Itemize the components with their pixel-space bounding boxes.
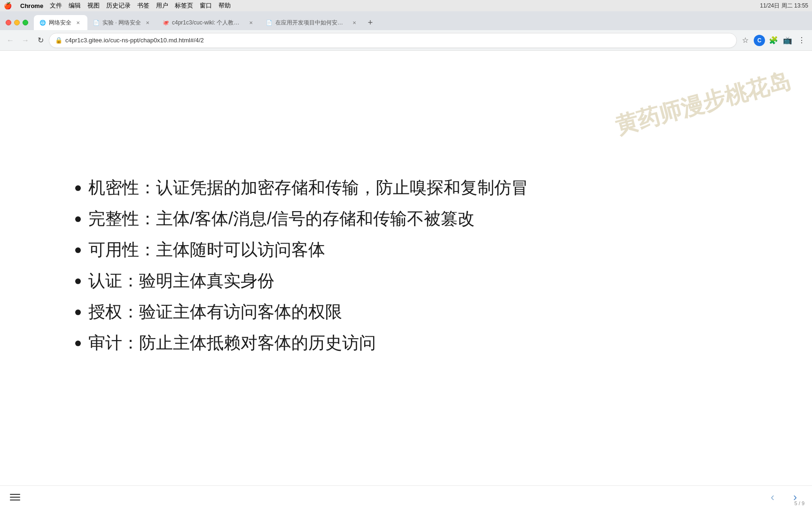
menu-edit[interactable]: 编辑	[69, 1, 81, 10]
bullet-text-4: 认证：验明主体真实身份	[88, 268, 528, 294]
tab-close-2[interactable]: ✕	[144, 19, 151, 26]
cast-button[interactable]: 📺	[781, 34, 794, 47]
bullet-item-integrity: 完整性：主体/客体/消息/信号的存储和传输不被篡改	[75, 206, 528, 231]
bullet-item-authentication: 认证：验明主体真实身份	[75, 268, 528, 294]
menu-tabs[interactable]: 标签页	[175, 1, 193, 10]
new-tab-button[interactable]: +	[364, 16, 377, 29]
tab-close-1[interactable]: ✕	[74, 19, 82, 26]
more-button[interactable]: ⋮	[795, 34, 808, 47]
menubar: 🍎 Chrome 文件 编辑 视图 历史记录 书签 用户 标签页 窗口 帮助 1…	[0, 0, 812, 11]
content-area: 黄药师漫步桃花岛 机密性：认证凭据的加密存储和传输，防止嗅探和复制仿冒 完整性：…	[0, 51, 812, 485]
bullet-dot-1	[75, 185, 81, 191]
menu-help[interactable]: 帮助	[219, 1, 231, 10]
bullet-dot-2	[75, 216, 81, 222]
menu-line-1	[10, 494, 20, 495]
bullet-text-1: 机密性：认证凭据的加密存储和传输，防止嗅探和复制仿冒	[88, 175, 528, 200]
bullet-text-5: 授权：验证主体有访问客体的权限	[88, 299, 528, 325]
prev-slide-button[interactable]: ‹	[763, 488, 782, 507]
bookmark-button[interactable]: ☆	[739, 34, 752, 47]
url-text: c4pr1c3.gitee.io/cuc-ns-ppt/chap0x10.md.…	[65, 37, 731, 44]
tab-title-2: 实验 · 网络安全	[102, 19, 141, 27]
tab-favicon-3: 🐙	[163, 19, 169, 26]
bullet-text-2: 完整性：主体/客体/消息/信号的存储和传输不被篡改	[88, 206, 528, 231]
menu-line-3	[10, 500, 20, 500]
bullet-item-authorization: 授权：验证主体有访问客体的权限	[75, 299, 528, 325]
tab-close-4[interactable]: ✕	[351, 19, 358, 26]
menu-history[interactable]: 历史记录	[106, 1, 131, 10]
secure-icon: 🔒	[55, 37, 62, 44]
address-bar[interactable]: 🔒 c4pr1c3.gitee.io/cuc-ns-ppt/chap0x10.m…	[49, 33, 737, 48]
bullet-text-3: 可用性：主体随时可以访问客体	[88, 237, 528, 262]
bullet-dot-3	[75, 247, 81, 253]
bullet-list: 机密性：认证凭据的加密存储和传输，防止嗅探和复制仿冒 完整性：主体/客体/消息/…	[75, 175, 528, 361]
tab-close-3[interactable]: ✕	[247, 19, 255, 26]
bottom-bar: ‹ › 5 / 9	[0, 485, 812, 508]
bullet-item-confidentiality: 机密性：认证凭据的加密存储和传输，防止嗅探和复制仿冒	[75, 175, 528, 200]
traffic-light-close[interactable]	[6, 20, 11, 25]
profile-icon: C	[754, 35, 765, 46]
menu-user[interactable]: 用户	[156, 1, 168, 10]
bullet-dot-5	[75, 310, 81, 315]
browser-frame: 🌐 网络安全 ✕ 📄 实验 · 网络安全 ✕ 🐙 c4pr1c3/cuc-wik…	[0, 11, 812, 508]
apple-logo-icon: 🍎	[4, 2, 12, 9]
menu-bookmarks[interactable]: 书签	[137, 1, 149, 10]
menu-window[interactable]: 窗口	[200, 1, 212, 10]
nav-right-controls: ☆ C 🧩 📺 ⋮	[739, 34, 808, 47]
traffic-light-maximize[interactable]	[23, 20, 28, 25]
app-name[interactable]: Chrome	[20, 2, 43, 9]
menu-file[interactable]: 文件	[50, 1, 62, 10]
tab-favicon-2: 📄	[93, 19, 100, 26]
profile-button[interactable]: C	[753, 34, 766, 47]
traffic-light-minimize[interactable]	[14, 20, 20, 25]
back-button[interactable]: ←	[4, 34, 17, 47]
forward-button[interactable]: →	[19, 34, 32, 47]
slide-counter: 5 / 9	[795, 500, 804, 506]
tab-wiki[interactable]: 🐙 c4pr1c3/cuc-wiki: 个人教学 W... ✕	[157, 15, 260, 30]
bullet-dot-4	[75, 278, 81, 284]
watermark: 黄药师漫步桃花岛	[612, 65, 794, 141]
bullet-item-availability: 可用性：主体随时可以访问客体	[75, 237, 528, 262]
time-display: 11/24日 周二 13:55	[760, 2, 808, 10]
reload-button[interactable]: ↻	[34, 34, 47, 47]
hamburger-menu-button[interactable]	[8, 490, 23, 505]
bullet-item-audit: 审计：防止主体抵赖对客体的历史访问	[75, 330, 528, 356]
traffic-lights	[0, 11, 34, 30]
tab-security-impl[interactable]: 📄 在应用开发项目中如何安全实现/... ✕	[260, 15, 364, 30]
menu-line-2	[10, 497, 20, 498]
nav-bar: ← → ↻ 🔒 c4pr1c3.gitee.io/cuc-ns-ppt/chap…	[0, 30, 812, 51]
tab-title-1: 网络安全	[49, 19, 71, 27]
tab-network-security[interactable]: 🌐 网络安全 ✕	[34, 15, 87, 30]
tab-title-4: 在应用开发项目中如何安全实现/...	[275, 19, 348, 27]
tab-bar-left: 🌐 网络安全 ✕ 📄 实验 · 网络安全 ✕ 🐙 c4pr1c3/cuc-wik…	[0, 11, 377, 30]
menubar-right: 11/24日 周二 13:55	[760, 0, 808, 11]
bullet-dot-6	[75, 341, 81, 346]
tab-title-3: c4pr1c3/cuc-wiki: 个人教学 W...	[172, 19, 244, 27]
menu-view[interactable]: 视图	[87, 1, 100, 10]
menubar-left: 🍎 Chrome 文件 编辑 视图 历史记录 书签 用户 标签页 窗口 帮助	[4, 1, 231, 10]
extension-button[interactable]: 🧩	[767, 34, 780, 47]
tab-favicon-4: 📄	[266, 19, 273, 26]
bullet-text-6: 审计：防止主体抵赖对客体的历史访问	[88, 330, 528, 356]
tab-bar: 🌐 网络安全 ✕ 📄 实验 · 网络安全 ✕ 🐙 c4pr1c3/cuc-wik…	[0, 11, 812, 30]
tab-experiment[interactable]: 📄 实验 · 网络安全 ✕	[87, 15, 157, 30]
tab-favicon-1: 🌐	[39, 19, 46, 26]
